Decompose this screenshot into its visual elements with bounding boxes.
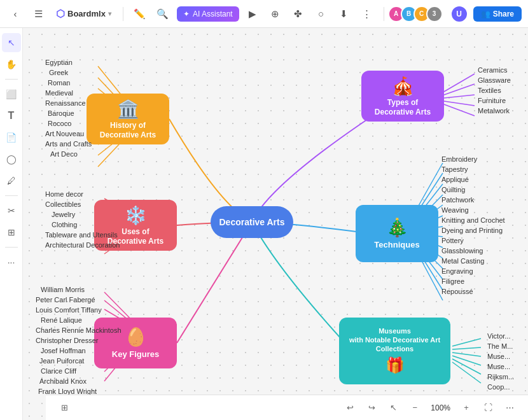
- types-label: Types ofDecorative Arts: [375, 98, 431, 116]
- separator: [123, 7, 123, 21]
- bottombar-right: ↩ ↪ ↖ − 100% + ⛶ ⋯: [342, 400, 518, 416]
- ai-icon: ✦: [183, 10, 190, 18]
- svg-line-51: [452, 362, 481, 383]
- uses-icon: ❄️: [125, 205, 147, 227]
- label-homedecor: Home decor: [45, 190, 83, 198]
- label-artdeco: Art Deco: [50, 150, 78, 158]
- more-icon[interactable]: ⋮: [358, 5, 376, 23]
- brand-label: Boardmlx: [67, 9, 106, 18]
- svg-line-29: [444, 95, 475, 98]
- brand-button[interactable]: ⬡ Boardmlx ▾: [52, 5, 115, 22]
- ai-label: AI Assistant: [193, 10, 233, 18]
- topbar-right: ▶ ⊕ ✤ ○ ⬇ ⋮ A B C 3 U 👥 Share: [244, 5, 522, 23]
- forward-icon[interactable]: ▶: [244, 5, 261, 23]
- label-museum3: Muse...: [487, 353, 510, 360]
- label-jewelry: Jewelry: [52, 211, 75, 218]
- svg-line-46: [452, 339, 481, 346]
- bottombar: ⊞ ↩ ↪ ↖ − 100% + ⛶ ⋯: [46, 395, 528, 420]
- svg-line-27: [444, 74, 475, 92]
- label-applique: Appliqué: [441, 176, 469, 183]
- history-icon: 🏛️: [117, 99, 139, 120]
- history-node[interactable]: 🏛️ History ofDecorative Arts: [87, 94, 169, 144]
- canvas[interactable]: Decorative Arts 🏛️ History ofDecorative …: [23, 28, 528, 420]
- more-bottom-button[interactable]: ⋯: [501, 400, 518, 416]
- svg-line-50: [452, 359, 481, 374]
- redo-button[interactable]: ↪: [363, 400, 380, 416]
- more-tool-2[interactable]: ⊞: [2, 223, 21, 242]
- shape-tool[interactable]: ◯: [2, 150, 21, 169]
- download-icon[interactable]: ⬇: [335, 5, 353, 23]
- label-puiforcat: Jean Puiforcat: [39, 357, 84, 365]
- key-label: Key Figures: [112, 349, 159, 360]
- label-filigree: Filigree: [441, 277, 464, 285]
- collab-icon[interactable]: ✤: [289, 5, 307, 23]
- share-button[interactable]: 👥 Share: [473, 6, 522, 22]
- label-dyeing: Dyeing and Printing: [441, 227, 503, 234]
- techniques-node[interactable]: 🎄 Techniques: [356, 205, 438, 262]
- label-tapestry: Tapestry: [441, 165, 468, 173]
- svg-line-28: [444, 84, 475, 95]
- label-museum2: The M...: [487, 342, 513, 350]
- frame-tool[interactable]: ⬜: [2, 85, 21, 104]
- label-quilting: Quilting: [441, 186, 465, 193]
- history-label: History ofDecorative Arts: [100, 121, 156, 139]
- label-knox: Archibald Knox: [39, 377, 87, 385]
- add-frame-button[interactable]: ⊞: [56, 400, 73, 416]
- sticky-tool[interactable]: 📄: [2, 128, 21, 147]
- separator2: [384, 7, 384, 21]
- sb-separator2: [5, 195, 18, 196]
- svg-line-47: [452, 347, 481, 349]
- more-tool-1[interactable]: ✂: [2, 201, 21, 220]
- label-textiles: Textiles: [478, 87, 501, 94]
- zoom-in-button[interactable]: +: [458, 400, 475, 416]
- types-icon: 🎪: [392, 76, 414, 97]
- center-node[interactable]: Decorative Arts: [211, 206, 293, 238]
- label-weaving: Weaving: [441, 206, 469, 214]
- undo-button[interactable]: ↩: [342, 400, 358, 416]
- types-node[interactable]: 🎪 Types ofDecorative Arts: [361, 71, 444, 122]
- museums-icon: 🎁: [386, 356, 405, 375]
- label-ceramics: Ceramics: [478, 66, 507, 74]
- museums-node[interactable]: Museumswith Notable Decorative Art Colle…: [339, 318, 450, 384]
- zoom-level[interactable]: 100%: [428, 402, 453, 414]
- label-egyptian: Egyptian: [45, 59, 73, 66]
- user-avatar[interactable]: U: [450, 5, 468, 23]
- label-renaissance: Renaissance: [45, 99, 86, 107]
- cursor-button[interactable]: ↖: [385, 400, 401, 416]
- hand-tool[interactable]: ✋: [2, 55, 21, 74]
- shape-icon[interactable]: ○: [312, 5, 330, 23]
- main-layout: ↖ ✋ ⬜ T 📄 ◯ 🖊 ✂ ⊞ ···: [0, 28, 528, 420]
- techniques-label: Techniques: [374, 240, 419, 250]
- topbar: ‹ ☰ ⬡ Boardmlx ▾ ✏️ 🔍 ✦ AI Assistant ▶ ⊕…: [0, 0, 528, 28]
- label-baroque: Baroque: [48, 109, 74, 117]
- brand-icon: ⬡: [56, 8, 65, 20]
- techniques-icon: 🎄: [386, 217, 408, 239]
- share-label: Share: [493, 10, 514, 18]
- cursor-tool[interactable]: ↖: [2, 33, 21, 52]
- label-repousse: Repoussé: [441, 288, 473, 295]
- menu-button[interactable]: ☰: [29, 5, 47, 23]
- label-artscrafts: Arts and Crafts: [45, 140, 92, 148]
- label-pottery: Pottery: [441, 237, 464, 244]
- bottombar-left: ⊞: [56, 400, 73, 416]
- label-metalwork: Metalwork: [478, 107, 510, 115]
- key-figures-node[interactable]: 🥚 Key Figures: [94, 318, 177, 368]
- text-tool[interactable]: T: [2, 106, 21, 125]
- back-button[interactable]: ‹: [6, 5, 24, 23]
- label-artnouveau: Art Nouveau: [45, 130, 84, 137]
- fit-button[interactable]: ⛶: [480, 400, 496, 416]
- timer-icon[interactable]: ⊕: [267, 5, 284, 23]
- pen-sidebar-tool[interactable]: 🖊: [2, 171, 21, 190]
- ai-assistant-button[interactable]: ✦ AI Assistant: [177, 6, 239, 22]
- label-hoffman: Josef Hoffman: [41, 347, 86, 354]
- dots-tool[interactable]: ···: [2, 253, 21, 272]
- zoom-out-button[interactable]: −: [406, 400, 423, 416]
- search-button[interactable]: 🔍: [154, 5, 172, 23]
- label-arch: Architectural Decoration: [45, 241, 120, 249]
- pen-tool[interactable]: ✏️: [131, 5, 149, 23]
- label-morris: William Morris: [41, 286, 85, 293]
- label-museum1: Victor...: [487, 332, 510, 340]
- svg-line-48: [452, 353, 481, 356]
- label-knitting: Knitting and Crochet: [441, 216, 505, 224]
- label-museum5: Rijksm...: [487, 373, 514, 381]
